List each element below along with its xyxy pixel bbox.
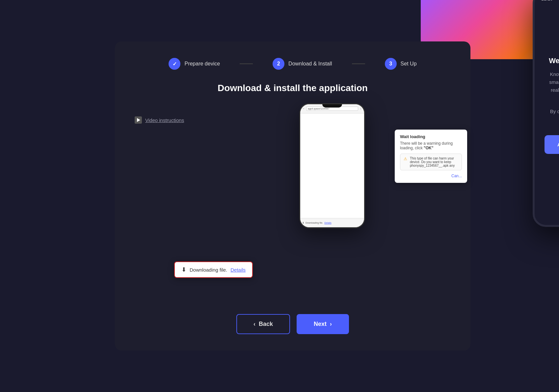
nav-buttons: ‹ Back Next › bbox=[236, 314, 349, 334]
phone-mockup: ← app4.space/1234567 ⋮ ⬇ Downloading fil… bbox=[299, 103, 365, 228]
phonyspy-phone: 11:10 ▼ ▮▮ ▮ P Phonyspy Welcome to Phony… bbox=[533, 0, 559, 227]
phone-content bbox=[300, 113, 364, 218]
back-nav-icon: ← bbox=[302, 107, 305, 110]
next-button[interactable]: Next › bbox=[297, 314, 349, 334]
warning-popup: Wait loading There will be a warning dur… bbox=[395, 130, 467, 183]
downloading-text-small: Downloading file. bbox=[306, 222, 323, 224]
download-popup: ⬇ Downloading file. Details bbox=[174, 261, 253, 278]
next-label: Next bbox=[314, 321, 327, 328]
phone-area: Wait loading There will be a warning dur… bbox=[214, 103, 451, 304]
back-chevron-icon: ‹ bbox=[253, 321, 255, 328]
ps-description: Know everything that happens on a smartp… bbox=[545, 70, 559, 102]
ps-welcome-title: Welcome to Phonyspy! bbox=[549, 57, 559, 65]
step-label-prepare: Prepare device bbox=[184, 61, 220, 67]
page-title: Download & install the application bbox=[218, 83, 368, 93]
download-arrow-icon: ⬇ bbox=[181, 266, 186, 273]
step-prepare: ✓ Prepare device bbox=[169, 58, 220, 70]
stepper: ✓ Prepare device 2 Download & Install 3 … bbox=[169, 58, 416, 70]
play-triangle bbox=[137, 118, 140, 122]
back-label: Back bbox=[259, 321, 273, 328]
step-divider-2 bbox=[352, 63, 365, 64]
warning-box: ⚠ This type of file can harm your device… bbox=[400, 154, 462, 170]
next-chevron-icon: › bbox=[330, 321, 332, 328]
details-link-small[interactable]: Details bbox=[324, 222, 331, 224]
step-download: 2 Download & Install bbox=[273, 58, 332, 70]
main-panel: ✓ Prepare device 2 Download & Install 3 … bbox=[115, 41, 470, 351]
step-circle-download: 2 bbox=[273, 58, 284, 70]
warning-triangle-icon: ⚠ bbox=[404, 157, 407, 167]
ps-status-bar: 11:10 ▼ ▮▮ ▮ bbox=[535, 0, 559, 3]
download-icon-small: ⬇ bbox=[302, 222, 304, 224]
ps-eula-text: By continuing yoy agree with EULA bbox=[550, 109, 559, 114]
step-circle-prepare: ✓ bbox=[169, 58, 180, 70]
warning-ok: "OK" bbox=[424, 146, 433, 150]
step-setup: 3 Set Up bbox=[385, 58, 417, 70]
warning-subtitle-text: There will be a warning during loading, … bbox=[400, 141, 453, 150]
ps-eula-prefix: By continuing yoy agree with bbox=[550, 109, 559, 114]
video-instructions-label: Video instructions bbox=[145, 117, 184, 123]
phone-screen: ← app4.space/1234567 ⋮ ⬇ Downloading fil… bbox=[300, 104, 364, 227]
warning-subtitle: There will be a warning during loading, … bbox=[400, 141, 462, 150]
step-label-download: Download & Install bbox=[288, 61, 332, 67]
warning-title: Wait loading bbox=[400, 134, 462, 139]
content-area: Video instructions Wait loading There wi… bbox=[135, 103, 451, 304]
play-icon bbox=[135, 116, 142, 124]
phone-bottom-download: ⬇ Downloading file. Details bbox=[300, 218, 364, 227]
back-button[interactable]: ‹ Back bbox=[236, 314, 290, 334]
video-instructions-link[interactable]: Video instructions bbox=[135, 116, 200, 124]
ps-content: P Phonyspy Welcome to Phonyspy! Know eve… bbox=[535, 3, 559, 225]
more-icon: ⋮ bbox=[359, 107, 362, 110]
warning-actions: Can... bbox=[400, 174, 462, 178]
downloading-file-text: Downloading file. bbox=[190, 267, 227, 273]
step-circle-setup: 3 bbox=[385, 58, 397, 70]
step-label-setup: Set Up bbox=[401, 61, 417, 67]
details-link[interactable]: Details bbox=[230, 267, 246, 273]
ps-time: 11:10 bbox=[541, 0, 553, 1]
agree-and-continue-button[interactable]: AGREE AND CONTINUE bbox=[545, 135, 559, 154]
step-divider-1 bbox=[240, 63, 253, 64]
warning-cancel-button[interactable]: Can... bbox=[451, 174, 462, 178]
warning-box-text: This type of file can harm your device. … bbox=[410, 157, 458, 167]
phone-notch bbox=[322, 104, 342, 108]
